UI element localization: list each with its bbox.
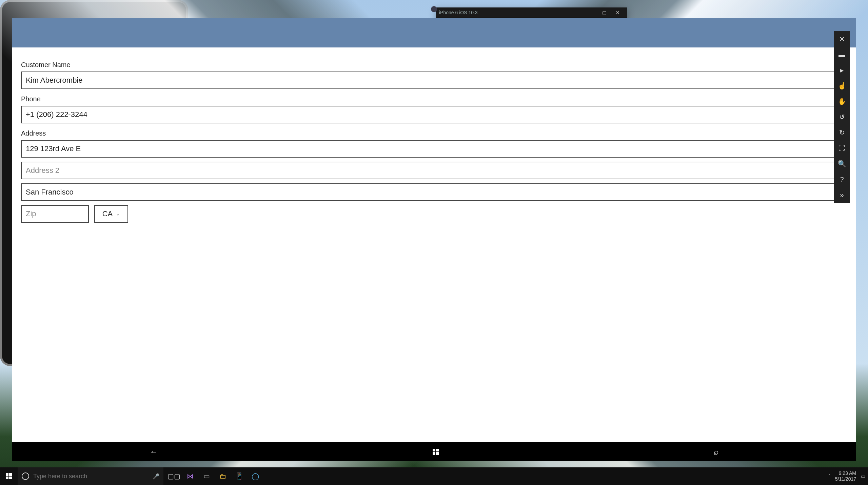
wp-nav-bar: ← ⌕ xyxy=(12,442,856,461)
start-button[interactable] xyxy=(0,467,18,485)
mic-icon[interactable]: 🎤 xyxy=(153,473,159,480)
address1-input[interactable] xyxy=(21,140,847,158)
chevron-down-icon: ⌄ xyxy=(116,211,120,217)
visual-studio-icon[interactable]: ⋈ xyxy=(182,467,198,485)
search-input[interactable] xyxy=(33,473,149,480)
taskbar-search[interactable]: 🎤 xyxy=(18,467,163,485)
help-icon[interactable]: ? xyxy=(834,171,850,187)
notifications-icon[interactable]: ▭ xyxy=(861,473,865,479)
device-label: iPhone 6 iOS 10.3 xyxy=(439,10,478,15)
phone-icon[interactable]: 📱 xyxy=(231,467,247,485)
tray-chevron-icon[interactable]: ˄ xyxy=(828,473,830,479)
taskbar-clock[interactable]: 9:23 AM 5/11/2017 xyxy=(835,470,856,482)
task-view-icon[interactable]: ▢▢ xyxy=(166,467,182,485)
wp-app-bar xyxy=(12,28,856,47)
wp-content: Customer Name Phone Address CA ⌄ xyxy=(12,47,856,230)
label-phone: Phone xyxy=(21,95,847,103)
date: 5/11/2017 xyxy=(835,476,856,482)
multi-touch-icon[interactable]: ✋ xyxy=(834,94,850,109)
time: 9:23 AM xyxy=(835,470,856,476)
rotate-left-icon[interactable]: ↺ xyxy=(834,109,850,125)
taskbar-tray: ˄ 9:23 AM 5/11/2017 ▭ xyxy=(828,470,868,482)
rotate-right-icon[interactable]: ↻ xyxy=(834,125,850,140)
state-select[interactable]: CA ⌄ xyxy=(94,205,128,223)
label-customer-name: Customer Name xyxy=(21,61,847,69)
pointer-icon[interactable]: ▸ xyxy=(834,62,850,78)
state-value: CA xyxy=(102,209,113,218)
zoom-icon[interactable]: 🔍 xyxy=(834,156,850,171)
nav-back-icon[interactable]: ← xyxy=(150,447,158,457)
phone-input[interactable] xyxy=(21,106,847,123)
wp-status-bar xyxy=(12,18,856,28)
ios-titlebar: iPhone 6 iOS 10.3 — ▢ ✕ xyxy=(436,7,627,18)
windows-phone-emulator: Customer Name Phone Address CA ⌄ ← ⌕ xyxy=(0,0,188,366)
nav-search-icon[interactable]: ⌕ xyxy=(714,447,718,457)
file-explorer-icon[interactable]: 🗀 xyxy=(215,467,231,485)
front-camera-icon xyxy=(431,6,437,12)
minimize-button[interactable]: — xyxy=(585,8,597,17)
close-button[interactable]: ✕ xyxy=(612,8,624,17)
maximize-button[interactable]: ▢ xyxy=(598,8,610,17)
app-icon[interactable]: ▭ xyxy=(199,467,214,485)
wp-screen: Customer Name Phone Address CA ⌄ ← ⌕ xyxy=(12,18,856,461)
windows-taskbar: 🎤 ▢▢ ⋈ ▭ 🗀 📱 ◯ ˄ 9:23 AM 5/11/2017 ▭ xyxy=(0,467,868,485)
city-input[interactable] xyxy=(21,183,847,201)
cortana-icon xyxy=(22,472,29,480)
address2-input[interactable] xyxy=(21,162,847,179)
taskbar-apps: ▢▢ ⋈ ▭ 🗀 📱 ◯ xyxy=(166,467,263,485)
customer-name-input[interactable] xyxy=(21,72,847,89)
single-touch-icon[interactable]: ☝ xyxy=(834,78,850,94)
wp-emulator-toolbar: ✕ ▬ ▸ ☝ ✋ ↺ ↻ ⛶ 🔍 ? » xyxy=(834,31,850,203)
label-address: Address xyxy=(21,129,847,137)
chevrons-icon[interactable]: » xyxy=(834,187,850,203)
fit-icon[interactable]: ⛶ xyxy=(834,140,850,156)
nav-home-icon[interactable] xyxy=(433,449,439,455)
cortana-app-icon[interactable]: ◯ xyxy=(248,467,263,485)
minimize-icon[interactable]: ▬ xyxy=(834,47,850,62)
close-icon[interactable]: ✕ xyxy=(834,31,850,47)
zip-input[interactable] xyxy=(21,205,89,223)
